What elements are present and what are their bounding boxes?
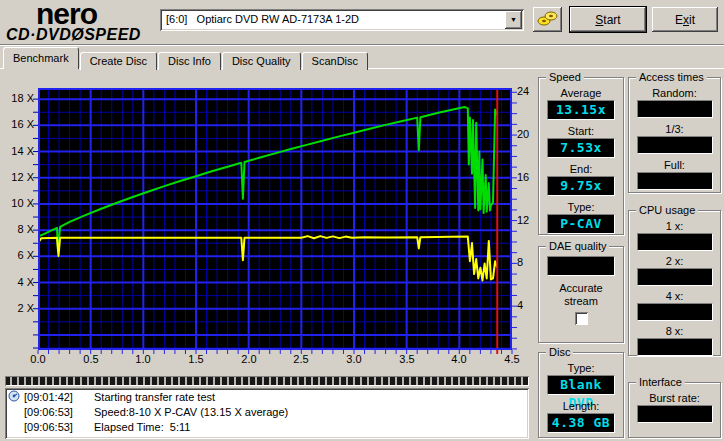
cpu-usage-value-1 xyxy=(637,268,713,286)
interface-panel: Interface Burst rate: xyxy=(628,382,721,438)
disc-item: Type:Blank DVD xyxy=(539,362,623,395)
disc-value-1: 4.38 GB xyxy=(547,413,615,433)
access-times-panel: Access times Random:1/3:Full: xyxy=(628,77,721,193)
y-left-tick-label: 2 X xyxy=(0,302,34,314)
y-left-tick-label: 4 X xyxy=(0,276,34,288)
x-tick-label: 1.5 xyxy=(181,353,211,365)
disc-value-0: Blank DVD xyxy=(547,375,615,395)
log-entry[interactable]: [09:06:53]Speed:8-10 X P-CAV (13.15 X av… xyxy=(8,405,529,420)
discs-icon xyxy=(536,16,560,30)
speed-item: Type:P-CAV xyxy=(539,201,623,234)
log-listbox[interactable]: [09:01:42]Starting transfer rate test[09… xyxy=(5,388,529,439)
speed-panel-title: Speed xyxy=(546,71,584,83)
tab-disc-info[interactable]: Disc Info xyxy=(158,52,221,70)
cpu-usage-label-2: 4 x: xyxy=(629,290,720,303)
disc-glyph-icon: Ø xyxy=(71,26,84,43)
log-message: Speed:8-10 X P-CAV (13.15 X average) xyxy=(86,405,288,420)
speed-item: End:9.75x xyxy=(539,163,623,196)
speed-value-0: 13.15x xyxy=(547,100,615,120)
speed-label-1: Start: xyxy=(539,125,623,138)
tab-scandisc[interactable]: ScanDisc xyxy=(302,52,368,70)
disc-panel: Disc Type:Blank DVDLength:4.38 GB xyxy=(538,352,624,438)
y-left-tick-label: 14 X xyxy=(0,145,34,157)
log-entry[interactable]: [09:01:42]Starting transfer rate test xyxy=(8,390,529,405)
benchmark-chart xyxy=(30,84,520,358)
access-times-value-2 xyxy=(637,172,713,190)
disc-label-0: Type: xyxy=(539,362,623,375)
y-left-tick-label: 12 X xyxy=(0,171,34,183)
log-timestamp: [09:06:53] xyxy=(24,405,86,420)
cpu-usage-value-0 xyxy=(637,233,713,251)
x-tick-label: 1.0 xyxy=(128,353,158,365)
cpu-usage-label-3: 8 x: xyxy=(629,325,720,338)
speed-item: Average13.15x xyxy=(539,87,623,120)
speed-value-3: P-CAV xyxy=(547,214,615,234)
y-right-tick-label: 8 xyxy=(517,256,539,268)
cpu-usage-panel: CPU usage 1 x:2 x:4 x:8 x: xyxy=(628,210,721,356)
speed-item: Start:7.53x xyxy=(539,125,623,158)
cpu-usage-panel-title: CPU usage xyxy=(636,204,698,216)
access-times-value-0 xyxy=(637,100,713,118)
log-message: Elapsed Time: 5:11 xyxy=(86,420,190,435)
cpu-usage-item: 4 x: xyxy=(629,290,720,321)
toolbar-divider xyxy=(0,44,724,46)
speed-label-3: Type: xyxy=(539,201,623,214)
x-tick-label: 2.0 xyxy=(234,353,264,365)
log-message: Starting transfer rate test xyxy=(86,390,215,405)
interface-item: Burst rate: xyxy=(629,392,720,423)
chevron-down-icon[interactable]: ▼ xyxy=(505,11,522,29)
tab-disc-quality[interactable]: Disc Quality xyxy=(222,52,301,70)
nero-logo-text: nero xyxy=(36,0,156,28)
x-tick-label: 3.0 xyxy=(339,353,369,365)
y-right-tick-label: 20 xyxy=(517,128,539,140)
x-tick-label: 0.0 xyxy=(23,353,53,365)
x-tick-label: 4.0 xyxy=(444,353,474,365)
access-times-value-1 xyxy=(637,136,713,154)
cpu-usage-label-1: 2 x: xyxy=(629,255,720,268)
progress-bar xyxy=(5,376,529,386)
nero-logo: nero CD·DVDØSPEED xyxy=(6,0,156,42)
speed-value-1: 7.53x xyxy=(547,138,615,158)
log-entry[interactable]: [09:06:53]Elapsed Time: 5:11 xyxy=(8,420,529,435)
accurate-stream-checkbox[interactable] xyxy=(575,312,588,325)
access-times-item: Random: xyxy=(629,87,720,118)
y-left-tick-label: 16 X xyxy=(0,118,34,130)
cpu-usage-value-3 xyxy=(637,338,713,356)
cpu-usage-item: 8 x: xyxy=(629,325,720,356)
cpu-usage-item: 2 x: xyxy=(629,255,720,286)
x-tick-label: 4.5 xyxy=(497,353,527,365)
tab-benchmark[interactable]: Benchmark xyxy=(3,47,79,69)
y-right-tick-label: 24 xyxy=(517,85,539,97)
access-times-label-1: 1/3: xyxy=(629,123,720,136)
y-right-tick-label: 16 xyxy=(517,171,539,183)
cpu-usage-item: 1 x: xyxy=(629,220,720,251)
log-timestamp: [09:06:53] xyxy=(24,420,86,435)
x-tick-label: 2.5 xyxy=(286,353,316,365)
load-disc-button[interactable] xyxy=(533,7,562,32)
exit-button[interactable]: Exit xyxy=(652,7,718,32)
nero-cd-dvd-speed-window: nero CD·DVDØSPEED [6:0] Optiarc DVD RW A… xyxy=(0,0,724,441)
access-times-label-0: Random: xyxy=(629,87,720,100)
y-right-tick-label: 12 xyxy=(517,214,539,226)
drive-selector-value: [6:0] Optiarc DVD RW AD-7173A 1-2D xyxy=(166,13,359,25)
start-button[interactable]: Start xyxy=(570,7,646,32)
drive-selector-combobox[interactable]: [6:0] Optiarc DVD RW AD-7173A 1-2D ▼ xyxy=(160,9,524,31)
accurate-stream-label: Accurate stream xyxy=(539,282,623,308)
transfer-test-icon xyxy=(8,390,24,406)
cd-dvd-speed-logo-text: CD·DVDØSPEED xyxy=(6,28,156,42)
interface-value-0 xyxy=(637,405,713,423)
dae-quality-value xyxy=(547,256,615,276)
x-tick-label: 3.5 xyxy=(392,353,422,365)
tab-bar: BenchmarkCreate DiscDisc InfoDisc Qualit… xyxy=(3,47,369,69)
disc-label-1: Length: xyxy=(539,400,623,413)
speed-label-0: Average xyxy=(539,87,623,100)
dae-quality-panel: DAE quality Accurate stream xyxy=(538,246,624,343)
tab-create-disc[interactable]: Create Disc xyxy=(80,52,157,70)
y-left-tick-label: 10 X xyxy=(0,197,34,209)
access-times-item: Full: xyxy=(629,159,720,190)
x-tick-label: 0.5 xyxy=(76,353,106,365)
speed-label-2: End: xyxy=(539,163,623,176)
access-times-panel-title: Access times xyxy=(636,71,707,83)
interface-label-0: Burst rate: xyxy=(629,392,720,405)
disc-item: Length:4.38 GB xyxy=(539,400,623,433)
